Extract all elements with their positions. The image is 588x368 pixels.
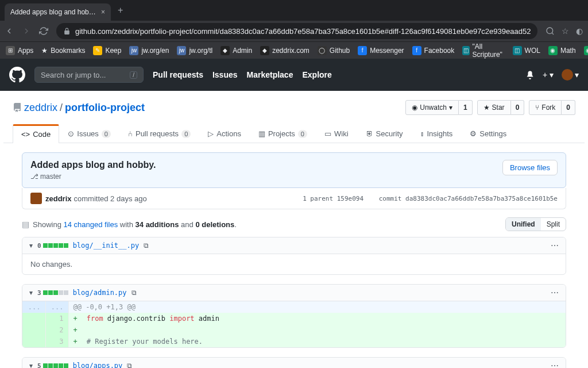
tab-pulls[interactable]: ⑃Pull requests0 [119, 124, 199, 143]
tab-title: Added apps blog and hobby. · ze [10, 8, 96, 16]
back-icon[interactable] [5, 26, 14, 36]
author-link[interactable]: zeddrix [45, 194, 72, 203]
bookmark-item[interactable]: fFacebook [412, 46, 455, 55]
chevron-down-icon[interactable]: ▾ [29, 241, 33, 250]
repo-tabs: <>Code ⊙Issues0 ⑃Pull requests0 ▷Actions… [3, 124, 585, 143]
file-name-link[interactable]: blog/apps.py [73, 362, 123, 368]
unified-button[interactable]: Unified [506, 218, 541, 231]
no-changes-text: No changes. [22, 254, 566, 274]
bookmark-item[interactable]: fMessenger [358, 46, 404, 55]
nav-marketplace[interactable]: Marketplace [247, 70, 293, 79]
issue-icon: ⊙ [68, 129, 74, 138]
bookmark-item[interactable]: ✎Keep [93, 46, 121, 55]
play-icon: ▷ [208, 129, 214, 138]
repo-icon [13, 103, 22, 112]
diff-summary: Showing 14 changed files with 34 additio… [33, 220, 237, 229]
tab-projects[interactable]: ▥Projects0 [250, 124, 316, 143]
search-icon[interactable] [546, 26, 555, 36]
url-input[interactable]: github.com/zeddrix/portfolio-project/com… [56, 23, 537, 39]
nav-issues[interactable]: Issues [212, 70, 238, 79]
slash-key-icon: / [130, 71, 137, 79]
chevron-down-icon[interactable]: ▾ [29, 289, 33, 297]
bookmark-item[interactable]: ◉Math [548, 46, 576, 55]
tab-issues[interactable]: ⊙Issues0 [59, 124, 119, 143]
project-icon: ▥ [258, 129, 265, 138]
copy-icon[interactable]: ⧉ [127, 362, 132, 368]
pr-icon: ⑃ [128, 129, 133, 138]
bookmark-item[interactable]: ◆Admin [220, 46, 252, 55]
parent-sha-link[interactable]: 159e094 [337, 195, 363, 202]
browser-tab[interactable]: Added apps blog and hobby. · ze × [5, 3, 111, 21]
tab-code[interactable]: <>Code [13, 124, 59, 143]
breadcrumb: zeddrix / portfolio-project [13, 102, 145, 114]
bookmark-item[interactable]: ◆zeddrix.com [260, 46, 310, 55]
fork-button[interactable]: ⑂Fork [529, 100, 562, 115]
kebab-icon[interactable]: ⋯ [551, 288, 559, 297]
bookmark-star-icon[interactable]: ☆ [562, 26, 569, 36]
file-name-link[interactable]: blog/__init__.py [73, 241, 140, 250]
apps-button[interactable]: ⊞Apps [6, 46, 33, 55]
bookmark-item[interactable]: ◯Github [318, 46, 350, 55]
copy-icon[interactable]: ⧉ [144, 241, 149, 250]
nav-explore[interactable]: Explore [302, 70, 331, 79]
github-logo-icon[interactable] [9, 67, 25, 83]
copy-icon[interactable]: ⧉ [131, 289, 137, 297]
forward-icon[interactable] [22, 26, 31, 36]
tab-security[interactable]: ⛨Security [357, 124, 412, 143]
fork-count[interactable]: 0 [562, 100, 575, 115]
branch-icon: ⎇ [30, 172, 38, 181]
kebab-icon[interactable]: ⋯ [551, 361, 559, 368]
branch-name: master [40, 172, 61, 181]
diff-view-toggle: Unified Split [505, 217, 566, 231]
owner-link[interactable]: zeddrix [24, 102, 57, 114]
commit-header: Added apps blog and hobby. ⎇master Brows… [22, 152, 566, 188]
author-avatar[interactable] [30, 193, 42, 204]
eye-icon: ◉ [412, 103, 417, 112]
github-header: Search or jump to.../ Pull requests Issu… [0, 59, 588, 91]
bookmark-item[interactable]: ◫"All Scripture" [462, 43, 504, 59]
star-count[interactable]: 0 [511, 100, 525, 115]
lock-icon [63, 28, 71, 35]
file-diff: ▾ 3 blog/admin.py ⧉ ⋯ ......@@ -0,0 +1,3… [22, 284, 566, 348]
reload-icon[interactable] [39, 26, 48, 36]
star-button[interactable]: ★Star [477, 100, 511, 115]
chevron-down-icon[interactable]: ▾ [29, 362, 33, 368]
tab-actions[interactable]: ▷Actions [199, 124, 250, 143]
bookmark-item[interactable]: ◉Science [584, 46, 588, 55]
file-name-link[interactable]: blog/admin.py [73, 289, 127, 297]
file-icon: ▤ [22, 220, 29, 229]
gear-icon: ⚙ [470, 129, 477, 138]
kebab-icon[interactable]: ⋯ [551, 241, 559, 250]
commit-time: committed 2 days ago [74, 194, 147, 203]
file-diff: ▾ 5 blog/apps.py ⧉ ⋯ ......@@ -0,0 +1,5 … [22, 357, 566, 368]
browse-files-button[interactable]: Browse files [502, 160, 558, 175]
watch-button[interactable]: ◉Unwatch▾ [405, 100, 459, 115]
star-icon: ★ [483, 103, 490, 112]
changed-files-link[interactable]: 14 changed files [64, 220, 118, 229]
user-avatar[interactable]: ▾ [562, 69, 579, 80]
bookmark-item[interactable]: ◫WOL [513, 46, 540, 55]
svg-point-0 [547, 28, 553, 34]
bookmark-item[interactable]: jwjw.org/en [129, 46, 169, 55]
new-tab-button[interactable]: + [118, 5, 123, 16]
repo-link[interactable]: portfolio-project [65, 102, 145, 114]
add-dropdown[interactable]: + ▾ [543, 70, 554, 79]
full-sha: da8383dc0ac7a66ddb7e58a7ba375a8ce1601b5e [405, 195, 558, 202]
tab-wiki[interactable]: ▭Wiki [316, 124, 357, 143]
split-button[interactable]: Split [541, 218, 566, 231]
extension-icon[interactable]: ◐ [576, 26, 583, 36]
book-icon: ▭ [324, 129, 331, 138]
bookmark-item[interactable]: jwjw.org/tl [177, 46, 212, 55]
tab-insights[interactable]: ⫾Insights [412, 124, 462, 143]
bookmark-item[interactable]: ★Bookmarks [41, 47, 85, 55]
tab-settings[interactable]: ⚙Settings [461, 124, 515, 143]
watch-count[interactable]: 1 [459, 100, 473, 115]
close-icon[interactable]: × [101, 8, 105, 16]
notifications-icon[interactable] [525, 70, 535, 79]
fork-icon: ⑂ [535, 103, 539, 112]
file-diff: ▾ 0 blog/__init__.py ⧉ ⋯ No changes. [22, 237, 566, 275]
search-input[interactable]: Search or jump to.../ [34, 67, 144, 83]
nav-pulls[interactable]: Pull requests [153, 70, 203, 79]
code-icon: <> [21, 130, 30, 139]
browser-tab-strip: Added apps blog and hobby. · ze × + [0, 0, 588, 21]
